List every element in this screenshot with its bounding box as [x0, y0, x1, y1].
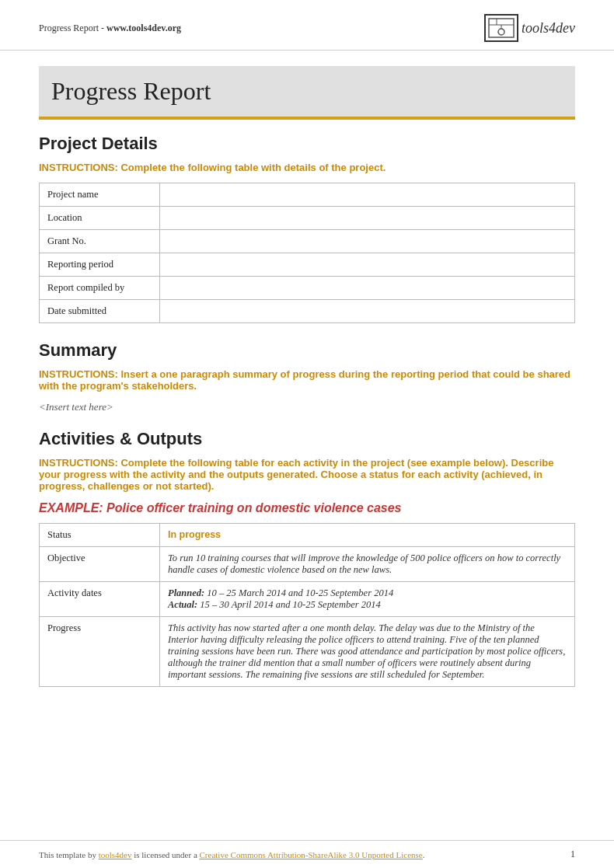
activities-heading: Activities & Outputs [39, 429, 575, 449]
table-value: In progress [160, 524, 575, 547]
project-details-section: Project Details INSTRUCTIONS: Complete t… [39, 134, 575, 323]
svg-point-3 [498, 29, 504, 35]
table-label: Location [40, 207, 160, 230]
example-heading: EXAMPLE: Police officer training on dome… [39, 501, 575, 515]
main-content: Progress Report Project Details INSTRUCT… [0, 51, 614, 723]
table-value [160, 207, 575, 230]
table-value [160, 253, 575, 277]
table-value [160, 183, 575, 207]
header-left: Progress Report - www.tools4dev.org [39, 23, 181, 34]
header-logo: tools4dev [484, 14, 575, 42]
footer-text-2: is licensed under a [131, 850, 199, 859]
table-label: Grant No. [40, 230, 160, 253]
table-value: This activity has now started after a on… [160, 617, 575, 687]
summary-section: Summary INSTRUCTIONS: Insert a one parag… [39, 340, 575, 413]
activities-section: Activities & Outputs INSTRUCTIONS: Compl… [39, 429, 575, 687]
project-details-instructions: INSTRUCTIONS: Complete the following tab… [39, 162, 575, 173]
table-value: To run 10 training courses that will imp… [160, 547, 575, 582]
table-label: Reporting period [40, 253, 160, 277]
table-row: Grant No. [40, 230, 575, 253]
table-label: Objective [40, 547, 160, 582]
header-url: www.tools4dev.org [106, 23, 181, 33]
header-text-before-bold: Progress Report - [39, 23, 106, 33]
logo-icon-box [484, 14, 518, 42]
table-row: Report compiled by [40, 277, 575, 300]
table-label: Date submitted [40, 300, 160, 323]
report-title-box: Progress Report [39, 66, 575, 117]
table-value [160, 230, 575, 253]
footer-page-number: 1 [570, 849, 575, 860]
summary-placeholder: <Insert text here> [39, 401, 575, 413]
table-value: Planned: 10 – 25 March 2014 and 10-25 Se… [160, 582, 575, 617]
table-row: Project name [40, 183, 575, 207]
footer-license-text: This template by tools4dev is licensed u… [39, 850, 424, 859]
table-row: Activity dates Planned: 10 – 25 March 20… [40, 582, 575, 617]
project-details-heading: Project Details [39, 134, 575, 154]
footer-link-tools4dev[interactable]: tools4dev [99, 850, 132, 859]
table-row: Location [40, 207, 575, 230]
table-label: Progress [40, 617, 160, 687]
page: Progress Report - www.tools4dev.org tool… [0, 0, 614, 868]
page-header: Progress Report - www.tools4dev.org tool… [0, 0, 614, 51]
footer-link-license[interactable]: Creative Commons Attribution-ShareAlike … [200, 850, 423, 859]
summary-heading: Summary [39, 340, 575, 361]
project-details-table: Project nameLocationGrant No.Reporting p… [39, 183, 575, 323]
table-row: Reporting period [40, 253, 575, 277]
logo-drawing-icon [487, 17, 515, 39]
table-label: Project name [40, 183, 160, 207]
footer-text-3: . [423, 850, 425, 859]
summary-instructions: INSTRUCTIONS: Insert a one paragraph sum… [39, 368, 575, 392]
table-row: ObjectiveTo run 10 training courses that… [40, 547, 575, 582]
logo-text: tools4dev [522, 20, 575, 37]
table-row: ProgressThis activity has now started af… [40, 617, 575, 687]
page-footer: This template by tools4dev is licensed u… [0, 840, 614, 868]
gold-divider [39, 117, 575, 120]
table-label: Activity dates [40, 582, 160, 617]
table-row: StatusIn progress [40, 524, 575, 547]
footer-text-1: This template by [39, 850, 99, 859]
report-title: Progress Report [51, 77, 563, 106]
table-label: Status [40, 524, 160, 547]
table-value [160, 300, 575, 323]
table-row: Date submitted [40, 300, 575, 323]
activity-example-table: StatusIn progressObjectiveTo run 10 trai… [39, 523, 575, 687]
table-label: Report compiled by [40, 277, 160, 300]
table-value [160, 277, 575, 300]
activities-instructions: INSTRUCTIONS: Complete the following tab… [39, 457, 575, 492]
